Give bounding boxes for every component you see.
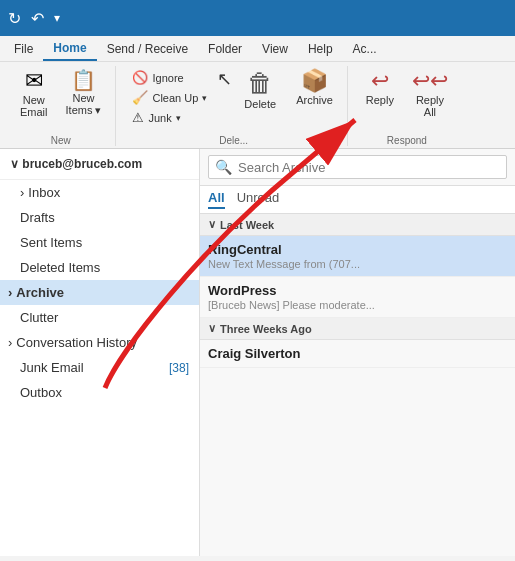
sidebar: ∨ bruceb@bruceb.com › Inbox Drafts Sent … [0, 149, 200, 556]
ignore-icon: 🚫 [132, 70, 148, 85]
sidebar-item-conversation-history[interactable]: › Conversation History [0, 330, 199, 355]
junk-label: Junk [148, 112, 171, 124]
reply-label: Reply [366, 94, 394, 106]
wordpress-sender: WordPress [208, 283, 507, 298]
cleanup-icon: 🧹 [132, 90, 148, 105]
sent-items-label: Sent Items [20, 235, 82, 250]
filter-unread[interactable]: Unread [237, 190, 280, 209]
dropdown-icon[interactable]: ▾ [54, 11, 60, 25]
deleted-items-label: Deleted Items [20, 260, 100, 275]
new-group-label: New [51, 133, 71, 146]
junk-icon: ⚠ [132, 110, 144, 125]
section-label-last-week: Last Week [220, 219, 274, 231]
sidebar-item-drafts[interactable]: Drafts [0, 205, 199, 230]
inbox-expand-icon: › [20, 185, 24, 200]
email-item-ringcentral[interactable]: RingCentral New Text Message from (707..… [200, 236, 515, 277]
cleanup-label: Clean Up [152, 92, 198, 104]
junk-email-label: Junk Email [20, 360, 84, 375]
delete-label: Delete [244, 98, 276, 110]
menu-bar: File Home Send / Receive Folder View Hel… [0, 36, 515, 62]
archive-label: Archive [296, 94, 333, 106]
search-icon: 🔍 [215, 159, 232, 175]
new-items-label: NewItems ▾ [66, 92, 102, 117]
account-name: bruceb@bruceb.com [22, 157, 142, 171]
account-expand-icon[interactable]: ∨ [10, 157, 22, 171]
sidebar-item-sent-items[interactable]: Sent Items [0, 230, 199, 255]
reply-all-icon: ↩↩ [412, 70, 448, 92]
menu-folder[interactable]: Folder [198, 38, 252, 60]
menu-more[interactable]: Ac... [343, 38, 387, 60]
sidebar-item-clutter[interactable]: Clutter [0, 305, 199, 330]
wordpress-preview: [Bruceb News] Please moderate... [208, 299, 507, 311]
search-box-container: 🔍 [200, 149, 515, 186]
sidebar-item-deleted-items[interactable]: Deleted Items [0, 255, 199, 280]
respond-group-label: Respond [387, 133, 427, 146]
menu-send-receive[interactable]: Send / Receive [97, 38, 198, 60]
cleanup-button[interactable]: 🧹 Clean Up ▾ [126, 88, 213, 107]
account-header: ∨ bruceb@bruceb.com [0, 149, 199, 180]
sidebar-item-inbox[interactable]: › Inbox [0, 180, 199, 205]
menu-view[interactable]: View [252, 38, 298, 60]
menu-file[interactable]: File [4, 38, 43, 60]
section-header-three-weeks: ∨ Three Weeks Ago [200, 318, 515, 340]
sidebar-item-outbox[interactable]: Outbox [0, 380, 199, 405]
new-items-icon: 📋 [71, 70, 96, 90]
menu-help[interactable]: Help [298, 38, 343, 60]
menu-home[interactable]: Home [43, 37, 96, 61]
delete-group-label: Dele... [219, 133, 248, 146]
section3-expand-icon: ∨ [208, 322, 216, 335]
archive-sidebar-label: Archive [16, 285, 64, 300]
reply-button[interactable]: ↩ Reply [358, 66, 402, 110]
sidebar-item-archive[interactable]: › Archive [0, 280, 199, 305]
title-bar: ↻ ↶ ▾ [0, 0, 515, 36]
ribbon-group-new: ✉ NewEmail 📋 NewItems ▾ New [6, 66, 116, 146]
archive-expand-icon: › [8, 285, 12, 300]
section-last-week: ∨ Last Week RingCentral New Text Message… [200, 214, 515, 318]
delete-button[interactable]: 🗑 Delete [236, 66, 284, 114]
refresh-icon[interactable]: ↻ [8, 9, 21, 28]
filter-tabs: All Unread [200, 186, 515, 214]
conv-expand-icon: › [8, 335, 12, 350]
new-email-button[interactable]: ✉ NewEmail [12, 66, 56, 122]
ignore-label: Ignore [152, 72, 183, 84]
ringcentral-sender: RingCentral [208, 242, 507, 257]
section-three-weeks-ago: ∨ Three Weeks Ago Craig Silverton [200, 318, 515, 368]
archive-button[interactable]: 📦 Archive [288, 66, 341, 110]
outbox-label: Outbox [20, 385, 62, 400]
undo-icon[interactable]: ↶ [31, 9, 44, 28]
sidebar-item-junk-email[interactable]: Junk Email [38] [0, 355, 199, 380]
section-expand-icon: ∨ [208, 218, 216, 231]
section-label-three-weeks: Three Weeks Ago [220, 323, 312, 335]
new-email-icon: ✉ [25, 70, 43, 92]
inbox-label: Inbox [28, 185, 60, 200]
clutter-label: Clutter [20, 310, 58, 325]
cleanup-dropdown-icon: ▾ [202, 93, 207, 103]
ribbon-group-respond: ↩ Reply ↩↩ ReplyAll Respond [352, 66, 462, 146]
craig-sender: Craig Silverton [208, 346, 507, 361]
new-items-button[interactable]: 📋 NewItems ▾ [58, 66, 110, 121]
reply-all-label: ReplyAll [416, 94, 444, 118]
email-item-wordpress[interactable]: WordPress [Bruceb News] Please moderate.… [200, 277, 515, 318]
section-header-last-week: ∨ Last Week [200, 214, 515, 236]
archive-icon: 📦 [301, 70, 328, 92]
reply-icon: ↩ [371, 70, 389, 92]
ringcentral-preview: New Text Message from (707... [208, 258, 507, 270]
cursor-icon: ↖ [217, 68, 232, 90]
conv-history-label: Conversation History [16, 335, 137, 350]
ribbon-group-delete: 🚫 Ignore 🧹 Clean Up ▾ ⚠ Junk ▾ [120, 66, 347, 146]
drafts-label: Drafts [20, 210, 55, 225]
reply-all-button[interactable]: ↩↩ ReplyAll [404, 66, 456, 122]
junk-dropdown-icon: ▾ [176, 113, 181, 123]
filter-all[interactable]: All [208, 190, 225, 209]
email-item-craig[interactable]: Craig Silverton [200, 340, 515, 368]
delete-icon: 🗑 [247, 70, 273, 96]
junk-button[interactable]: ⚠ Junk ▾ [126, 108, 213, 127]
search-input-wrap[interactable]: 🔍 [208, 155, 507, 179]
ignore-button[interactable]: 🚫 Ignore [126, 68, 213, 87]
new-email-label: NewEmail [20, 94, 48, 118]
right-panel: 🔍 All Unread ∨ Last Week RingCentral New… [200, 149, 515, 556]
main-area: ∨ bruceb@bruceb.com › Inbox Drafts Sent … [0, 149, 515, 556]
junk-email-badge: [38] [169, 361, 189, 375]
search-input[interactable] [238, 160, 500, 175]
ribbon: ✉ NewEmail 📋 NewItems ▾ New 🚫 [0, 62, 515, 149]
